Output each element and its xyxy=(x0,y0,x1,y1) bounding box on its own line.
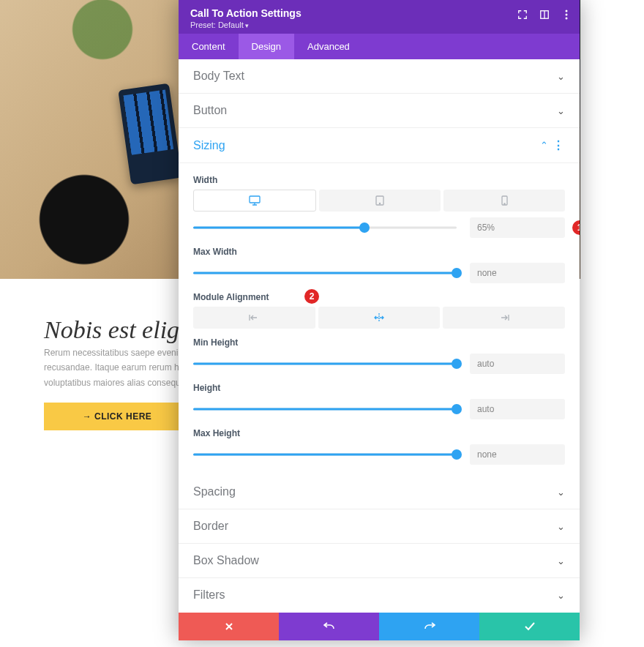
sizing-options-icon[interactable]: ⋮ xyxy=(553,138,565,152)
min-height-input[interactable] xyxy=(470,354,565,374)
more-icon[interactable] xyxy=(561,9,572,20)
align-right-icon xyxy=(499,314,509,321)
width-input[interactable] xyxy=(470,217,565,238)
redo-button[interactable] xyxy=(379,613,479,640)
redo-icon xyxy=(424,621,435,632)
close-icon xyxy=(225,622,233,631)
phone-graphic xyxy=(118,83,181,184)
tab-advanced[interactable]: Advanced xyxy=(294,34,363,59)
check-icon xyxy=(525,622,535,631)
accordion-label: Button xyxy=(193,104,227,117)
align-center-icon xyxy=(374,313,384,322)
max-width-input[interactable] xyxy=(470,263,565,283)
settings-modal: Call To Action Settings Preset: Default … xyxy=(179,0,580,640)
accordion-label: Spacing xyxy=(193,485,236,498)
phone-icon xyxy=(501,195,508,206)
max-height-slider[interactable] xyxy=(193,446,457,463)
accordion-filters[interactable]: Filters ⌄ xyxy=(179,578,580,612)
align-left-button[interactable] xyxy=(193,307,315,329)
max-height-input[interactable] xyxy=(470,444,565,465)
max-width-slider[interactable] xyxy=(193,264,457,282)
page-title: Nobis est elig xyxy=(44,316,179,344)
annotation-1: 1 xyxy=(572,220,580,235)
device-segment xyxy=(193,190,565,212)
device-phone-button[interactable] xyxy=(443,190,565,212)
accordion-label: Border xyxy=(193,520,228,533)
width-label: Width xyxy=(193,175,565,185)
chevron-up-icon: ⌃ xyxy=(540,140,548,151)
svg-point-3 xyxy=(566,14,568,16)
cancel-button[interactable] xyxy=(179,613,279,640)
accordion-label: Body Text xyxy=(193,70,244,83)
height-label: Height xyxy=(193,383,565,393)
save-button[interactable] xyxy=(479,613,580,640)
svg-point-4 xyxy=(566,18,568,20)
svg-rect-5 xyxy=(250,196,260,203)
max-width-label: Max Width xyxy=(193,247,565,257)
align-left-icon xyxy=(249,314,259,321)
accordion-body-text[interactable]: Body Text ⌄ xyxy=(179,59,580,94)
undo-icon xyxy=(323,621,335,632)
accordion-sizing[interactable]: Sizing ⌃ ⋮ xyxy=(179,128,580,163)
undo-button[interactable] xyxy=(279,613,379,640)
svg-point-2 xyxy=(566,10,568,12)
width-slider[interactable] xyxy=(193,219,457,236)
alignment-segment: 2 xyxy=(193,307,565,329)
tablet-icon xyxy=(375,195,384,206)
accordion-label: Filters xyxy=(193,588,225,602)
click-here-button[interactable]: → CLICK HERE xyxy=(44,403,190,430)
min-height-slider[interactable] xyxy=(193,355,457,373)
chevron-down-icon: ⌄ xyxy=(557,71,565,82)
sizing-panel: Width xyxy=(179,163,580,475)
align-right-button[interactable] xyxy=(443,307,565,329)
responsive-toggle-icon[interactable] xyxy=(539,9,550,20)
svg-point-9 xyxy=(503,203,504,204)
chevron-down-icon: ⌄ xyxy=(557,487,565,498)
device-tablet-button[interactable] xyxy=(319,190,441,212)
modal-header: Call To Action Settings Preset: Default xyxy=(179,0,580,34)
module-alignment-label: Module Alignment xyxy=(193,292,565,302)
chevron-down-icon: ⌄ xyxy=(557,590,565,601)
tab-content[interactable]: Content xyxy=(179,34,239,59)
accordion-label: Sizing xyxy=(193,139,225,152)
accordion-button[interactable]: Button ⌄ xyxy=(179,94,580,128)
height-slider[interactable] xyxy=(193,400,457,418)
accordion-spacing[interactable]: Spacing ⌄ xyxy=(179,475,580,509)
svg-point-7 xyxy=(379,203,380,203)
modal-title: Call To Action Settings xyxy=(190,7,568,19)
height-input[interactable] xyxy=(470,399,565,419)
tab-design[interactable]: Design xyxy=(239,34,294,59)
max-height-label: Max Height xyxy=(193,428,565,438)
align-center-button[interactable] xyxy=(318,307,441,329)
modal-footer xyxy=(179,613,580,640)
preset-dropdown[interactable]: Preset: Default xyxy=(190,20,568,29)
expand-icon[interactable] xyxy=(517,9,528,20)
min-height-label: Min Height xyxy=(193,337,565,348)
accordion-box-shadow[interactable]: Box Shadow ⌄ xyxy=(179,544,580,578)
chevron-down-icon: ⌄ xyxy=(557,556,565,566)
accordion-border[interactable]: Border ⌄ xyxy=(179,509,580,544)
chevron-down-icon: ⌄ xyxy=(557,521,565,532)
chevron-down-icon: ⌄ xyxy=(557,105,565,116)
desktop-icon xyxy=(249,195,261,206)
accordion-label: Box Shadow xyxy=(193,554,259,567)
annotation-2: 2 xyxy=(304,289,319,304)
modal-tabs: Content Design Advanced xyxy=(179,34,580,59)
device-desktop-button[interactable] xyxy=(193,190,316,212)
